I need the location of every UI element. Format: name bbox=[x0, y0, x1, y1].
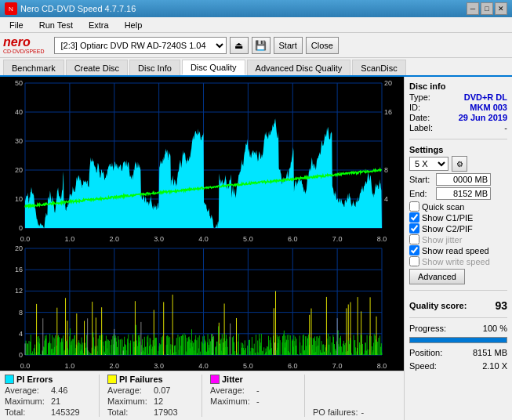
jitter-average: Average: - bbox=[210, 386, 296, 395]
pi-errors-max-label: Maximum: bbox=[5, 396, 48, 406]
pi-failures-total-label: Total: bbox=[107, 407, 151, 417]
jitter-color bbox=[210, 375, 220, 384]
stats-row: PI Errors Average: 4.46 Maximum: 21 Tota… bbox=[0, 371, 404, 420]
left-panel: PI Errors Average: 4.46 Maximum: 21 Tota… bbox=[0, 77, 404, 420]
progress-label: Progress: bbox=[409, 324, 446, 333]
save-button[interactable]: 💾 bbox=[252, 37, 271, 54]
tab-scandisc[interactable]: ScanDisc bbox=[352, 60, 405, 75]
progress-value: 100 % bbox=[483, 324, 507, 333]
tab-benchmark[interactable]: Benchmark bbox=[3, 60, 64, 75]
close-test-button[interactable]: Close bbox=[306, 37, 339, 54]
app-title: Nero CD-DVD Speed 4.7.7.16 bbox=[20, 4, 136, 13]
divider-3 bbox=[409, 317, 507, 318]
menu-extra[interactable]: Extra bbox=[82, 19, 115, 31]
pi-failures-color bbox=[107, 375, 117, 384]
main-content: PI Errors Average: 4.46 Maximum: 21 Tota… bbox=[0, 77, 512, 420]
settings-section: Settings 5 X ⚙ Start: End: Quick scan bbox=[409, 145, 507, 284]
end-input[interactable] bbox=[436, 187, 491, 200]
show-c2pif-row: Show C2/PIF bbox=[409, 223, 507, 234]
show-c2pif-label: Show C2/PIF bbox=[422, 224, 473, 234]
quick-scan-checkbox[interactable] bbox=[409, 201, 419, 212]
disc-type-value: DVD+R DL bbox=[464, 92, 507, 102]
menu-bar: File Run Test Extra Help bbox=[0, 17, 512, 33]
tab-advanced-disc-quality[interactable]: Advanced Disc Quality bbox=[247, 60, 351, 75]
close-button[interactable]: ✕ bbox=[495, 2, 507, 15]
right-panel: Disc info Type: DVD+R DL ID: MKM 003 Dat… bbox=[404, 77, 512, 420]
jitter-header: Jitter bbox=[210, 375, 296, 384]
titlebar-left: N Nero CD-DVD Speed 4.7.7.16 bbox=[5, 2, 136, 15]
charts-container bbox=[0, 77, 404, 371]
speed-value: 2.10 X bbox=[482, 361, 507, 371]
pi-failures-avg-value: 0.07 bbox=[154, 386, 170, 395]
pi-errors-total-label: Total: bbox=[5, 407, 48, 417]
jitter-avg-value: - bbox=[256, 386, 260, 395]
disc-date-value: 29 Jun 2019 bbox=[459, 113, 507, 122]
position-label: Position: bbox=[409, 348, 442, 357]
logo-nero: nero bbox=[3, 36, 31, 49]
po-failures-row: PO failures: - bbox=[313, 407, 399, 417]
pi-errors-total-value: 145329 bbox=[51, 407, 80, 417]
stat-group-pi-failures: PI Failures Average: 0.07 Maximum: 12 To… bbox=[107, 375, 194, 417]
position-row: Position: 8151 MB bbox=[409, 348, 507, 357]
disc-date-row: Date: 29 Jun 2019 bbox=[409, 113, 507, 122]
show-c2pif-checkbox[interactable] bbox=[409, 223, 419, 234]
titlebar-controls: ─ □ ✕ bbox=[467, 2, 507, 15]
divider-1 bbox=[409, 139, 507, 139]
menu-run-test[interactable]: Run Test bbox=[33, 19, 79, 31]
toolbar: nero CD·DVD/SPEED [2:3] Optiarc DVD RW A… bbox=[0, 33, 512, 58]
show-c1pie-label: Show C1/PIE bbox=[422, 213, 473, 223]
charts-and-stats: PI Errors Average: 4.46 Maximum: 21 Tota… bbox=[0, 77, 404, 420]
pi-errors-color bbox=[5, 375, 14, 384]
show-c1pie-checkbox[interactable] bbox=[409, 212, 419, 223]
show-write-speed-checkbox[interactable] bbox=[409, 256, 419, 266]
quick-scan-label: Quick scan bbox=[422, 202, 464, 212]
disc-info-section: Disc info Type: DVD+R DL ID: MKM 003 Dat… bbox=[409, 81, 507, 133]
advanced-button[interactable]: Advanced bbox=[409, 269, 465, 284]
quality-score-row: Quality score: 93 bbox=[409, 299, 507, 312]
jitter-max-value: - bbox=[256, 396, 260, 406]
speed-selector[interactable]: 5 X bbox=[409, 157, 448, 171]
stat-divider-2 bbox=[202, 375, 202, 417]
eject-button[interactable]: ⏏ bbox=[230, 37, 249, 54]
menu-file[interactable]: File bbox=[3, 19, 30, 31]
tab-create-disc[interactable]: Create Disc bbox=[66, 60, 128, 75]
minimize-button[interactable]: ─ bbox=[467, 2, 479, 15]
show-jitter-checkbox[interactable] bbox=[409, 234, 419, 244]
pi-errors-max-value: 21 bbox=[51, 396, 60, 406]
pi-failures-average: Average: 0.07 bbox=[107, 386, 194, 395]
disc-type-label: Type: bbox=[409, 92, 430, 102]
drive-selector[interactable]: [2:3] Optiarc DVD RW AD-7240S 1.04 bbox=[54, 37, 227, 54]
quick-scan-row: Quick scan bbox=[409, 201, 507, 212]
disc-date-label: Date: bbox=[409, 113, 430, 122]
start-input[interactable] bbox=[436, 173, 491, 186]
show-read-speed-checkbox[interactable] bbox=[409, 245, 419, 255]
pi-failures-max-label: Maximum: bbox=[107, 396, 151, 406]
start-button[interactable]: Start bbox=[274, 37, 303, 54]
show-read-speed-label: Show read speed bbox=[422, 246, 489, 255]
settings-title: Settings bbox=[409, 145, 507, 154]
speed-row: 5 X ⚙ bbox=[409, 156, 507, 172]
po-failures-label: PO failures: bbox=[313, 407, 358, 417]
pi-failures-header: PI Failures bbox=[107, 375, 194, 384]
show-c1pie-row: Show C1/PIE bbox=[409, 212, 507, 223]
stat-divider-1 bbox=[99, 375, 100, 417]
logo: nero CD·DVD/SPEED bbox=[3, 36, 45, 54]
pi-failures-total-value: 17903 bbox=[154, 407, 178, 417]
menu-help[interactable]: Help bbox=[118, 19, 149, 31]
speed-label: Speed: bbox=[409, 361, 437, 371]
disc-info-title: Disc info bbox=[409, 81, 507, 91]
start-row: Start: bbox=[409, 173, 507, 186]
show-jitter-label: Show jitter bbox=[422, 235, 462, 244]
disc-id-row: ID: MKM 003 bbox=[409, 103, 507, 112]
settings-icon-button[interactable]: ⚙ bbox=[452, 156, 467, 172]
divider-2 bbox=[409, 290, 507, 291]
end-label: End: bbox=[409, 189, 433, 198]
maximize-button[interactable]: □ bbox=[481, 2, 493, 15]
quality-score-value: 93 bbox=[495, 299, 507, 312]
start-label: Start: bbox=[409, 175, 433, 184]
tab-disc-info[interactable]: Disc Info bbox=[129, 60, 180, 75]
tab-disc-quality[interactable]: Disc Quality bbox=[182, 60, 245, 75]
pi-errors-maximum: Maximum: 21 bbox=[5, 396, 91, 406]
progress-bar-outer bbox=[409, 337, 507, 343]
pi-failures-total: Total: 17903 bbox=[107, 407, 194, 417]
